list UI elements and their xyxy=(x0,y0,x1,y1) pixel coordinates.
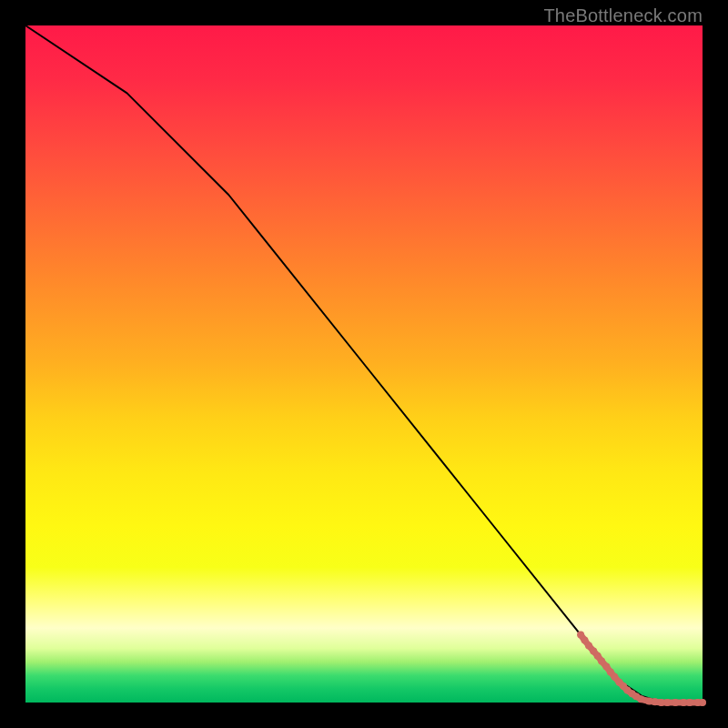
chart-frame: TheBottleneck.com xyxy=(0,0,728,728)
bottleneck-curve-line xyxy=(25,25,703,703)
watermark-text: TheBottleneck.com xyxy=(543,5,703,26)
chart-overlay xyxy=(25,25,703,703)
marker-dot xyxy=(699,699,706,706)
